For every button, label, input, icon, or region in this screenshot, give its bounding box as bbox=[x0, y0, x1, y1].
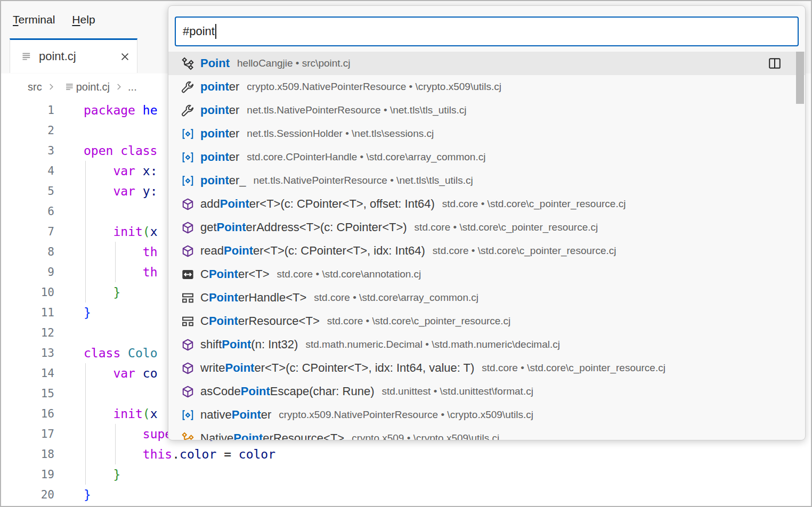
tab-point-cj[interactable]: point.cj bbox=[10, 38, 137, 73]
class-hierarchy-orange-icon bbox=[181, 432, 194, 441]
line-number: 16 bbox=[1, 407, 54, 420]
class-hierarchy-dark-icon bbox=[181, 57, 194, 70]
quick-pick-item[interactable]: CPointerHandle<T> std.core • \std.core\a… bbox=[168, 286, 805, 309]
file-list-icon bbox=[21, 51, 33, 62]
code-line: 20 } bbox=[1, 485, 811, 505]
line-number: 7 bbox=[1, 225, 54, 238]
variable-brackets-icon bbox=[181, 151, 194, 164]
symbol-label: readPointer<T>(c: CPointer<T>, idx: Int6… bbox=[200, 244, 425, 258]
quick-pick-item[interactable]: addPointer<T>(c: CPointer<T>, offset: In… bbox=[168, 192, 805, 216]
breadcrumb-item-symbol[interactable]: ... bbox=[128, 81, 137, 93]
symbol-detail: std.core.CPointerHandle • \std.core\arra… bbox=[247, 151, 485, 163]
symbol-detail: helloCangjie • src\point.cj bbox=[237, 58, 351, 69]
symbol-label: shiftPoint(n: Int32) bbox=[200, 338, 298, 351]
breadcrumb-item-src[interactable]: src bbox=[28, 81, 42, 93]
symbol-label: CPointer<T> bbox=[200, 267, 270, 281]
line-number: 2 bbox=[1, 124, 54, 137]
symbol-label: Point bbox=[200, 56, 230, 70]
code-text: var co bbox=[84, 366, 157, 380]
quick-pick-query: #point bbox=[183, 24, 215, 38]
symbol-label: pointer bbox=[200, 80, 239, 94]
line-number: 6 bbox=[1, 205, 54, 218]
indent-guide bbox=[85, 161, 86, 181]
property-wrench-icon bbox=[181, 80, 194, 94]
split-editor-button[interactable] bbox=[768, 56, 782, 70]
chevron-right-icon bbox=[46, 82, 56, 92]
quick-pick-item[interactable]: CPointer<T> std.core • \std.core\annotat… bbox=[168, 263, 805, 286]
quick-pick-item[interactable]: Point helloCangjie • src\point.cj bbox=[168, 52, 805, 75]
symbol-label: writePointer<T>(c: CPointer<T>, idx: Int… bbox=[200, 361, 474, 375]
quick-pick-input[interactable]: #point bbox=[175, 17, 799, 46]
symbol-detail: crypto.x509.NativePointerResource • \cry… bbox=[247, 81, 501, 93]
indent-guide bbox=[85, 262, 86, 282]
menu-item-help[interactable]: Help bbox=[63, 10, 103, 29]
close-icon[interactable] bbox=[116, 47, 134, 66]
quick-pick-item[interactable]: CPointerResource<T> std.core • \std.core… bbox=[168, 309, 805, 333]
symbol-detail: std.core • \std.core\c_pointer_resource.… bbox=[442, 198, 626, 210]
code-text: } bbox=[84, 285, 120, 299]
symbol-label: pointer bbox=[200, 150, 239, 164]
quick-pick-list: Point helloCangjie • src\point.cj pointe… bbox=[168, 52, 805, 440]
breadcrumb-item-file[interactable]: point.cj bbox=[76, 81, 110, 93]
quick-pick-item[interactable]: writePointer<T>(c: CPointer<T>, idx: Int… bbox=[168, 356, 805, 380]
symbol-detail: std.math.numeric.Decimal • \std.math.num… bbox=[305, 339, 560, 350]
symbol-label: addPointer<T>(c: CPointer<T>, offset: In… bbox=[200, 197, 435, 211]
variable-brackets-icon bbox=[181, 408, 194, 422]
symbol-detail: std.core • \std.core\annotation.cj bbox=[277, 268, 421, 280]
indent-guide bbox=[85, 222, 86, 242]
quick-pick-item[interactable]: pointer net.tls.SessionHolder • \net.tls… bbox=[168, 122, 805, 145]
line-number: 20 bbox=[1, 488, 54, 501]
method-cube-icon bbox=[181, 198, 194, 211]
quick-pick-item[interactable]: readPointer<T>(c: CPointer<T>, idx: Int6… bbox=[168, 239, 805, 263]
code-text: init(x bbox=[84, 225, 158, 239]
symbol-label: pointer bbox=[200, 103, 239, 117]
variable-brackets-icon bbox=[181, 127, 194, 141]
tab-label: point.cj bbox=[39, 50, 116, 63]
line-number: 15 bbox=[1, 387, 54, 400]
indent-guide bbox=[85, 282, 86, 302]
method-cube-icon bbox=[181, 362, 194, 375]
text-caret bbox=[215, 24, 216, 39]
quick-pick-item[interactable]: NativePointerResource<T> crypto.x509 • \… bbox=[168, 427, 805, 440]
indent-guide bbox=[115, 444, 116, 464]
code-text: init(x bbox=[84, 407, 158, 421]
quick-pick-item[interactable]: pointer net.tls.NativePointerResource • … bbox=[168, 99, 805, 122]
symbol-detail: net.tls.NativePointerResource • \net.tls… bbox=[247, 104, 466, 116]
symbol-detail: crypto.x509.NativePointerResource • \cry… bbox=[279, 409, 533, 421]
line-number: 8 bbox=[1, 246, 54, 258]
method-cube-icon bbox=[181, 338, 194, 351]
code-line: 19 } bbox=[1, 464, 811, 485]
code-text: th bbox=[84, 245, 157, 259]
line-number: 3 bbox=[1, 144, 54, 157]
symbol-label: NativePointerResource<T> bbox=[200, 431, 344, 440]
symbol-detail: net.tls.SessionHolder • \net.tls\session… bbox=[247, 128, 434, 140]
indent-guide bbox=[85, 181, 86, 201]
indent-guide bbox=[85, 424, 86, 444]
indent-guide bbox=[85, 444, 86, 464]
code-text: } bbox=[84, 468, 120, 481]
quick-pick-item[interactable]: pointer crypto.x509.NativePointerResourc… bbox=[168, 75, 805, 99]
symbol-detail: std.unittest • \std.unittest\format.cj bbox=[382, 386, 533, 397]
indent-guide bbox=[85, 242, 86, 262]
indent-guide bbox=[115, 424, 116, 444]
menu-item-terminal[interactable]: Terminal bbox=[4, 10, 63, 29]
quick-pick-item[interactable]: getPointerAddress<T>(c: CPointer<T>) std… bbox=[168, 216, 805, 239]
code-text: var y: bbox=[84, 184, 157, 198]
line-number: 11 bbox=[1, 306, 54, 319]
method-cube-icon bbox=[181, 221, 194, 234]
quick-pick-item[interactable]: pointer_ net.tls.NativePointerResource •… bbox=[168, 169, 805, 192]
line-number: 4 bbox=[1, 165, 54, 177]
line-number: 1 bbox=[1, 104, 54, 117]
quick-pick-item[interactable]: shiftPoint(n: Int32) std.math.numeric.De… bbox=[168, 333, 805, 356]
quick-pick-item[interactable]: nativePointer crypto.x509.NativePointerR… bbox=[168, 403, 805, 427]
quick-pick-item[interactable]: pointer std.core.CPointerHandle • \std.c… bbox=[168, 145, 805, 169]
code-text: var x: bbox=[84, 164, 157, 178]
indent-guide bbox=[85, 404, 86, 424]
scrollbar-thumb[interactable] bbox=[796, 52, 804, 104]
symbol-label: CPointerHandle<T> bbox=[200, 291, 306, 305]
code-text: } bbox=[84, 306, 91, 320]
indent-guide bbox=[85, 383, 86, 404]
quick-pick-item[interactable]: asCodePointEscape(char: Rune) std.unitte… bbox=[168, 380, 805, 403]
symbol-label: asCodePointEscape(char: Rune) bbox=[200, 385, 375, 398]
indent-guide bbox=[85, 464, 86, 485]
